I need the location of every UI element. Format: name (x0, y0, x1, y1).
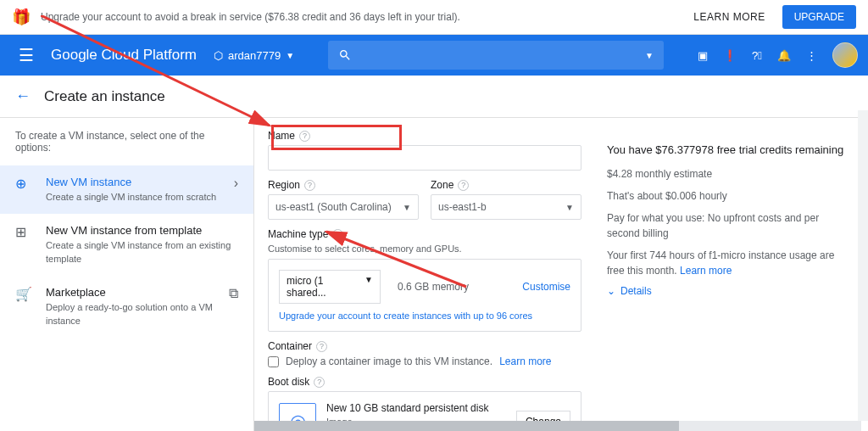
chevron-icon: ⌄ (607, 285, 615, 297)
notifications-icon[interactable]: 🔔 (777, 49, 791, 62)
sidebar-item-marketplace[interactable]: 🛒 Marketplace Deploy a ready-to-go solut… (0, 276, 253, 338)
search-input[interactable]: ▼ (328, 41, 664, 70)
learn-more-link[interactable]: LEARN MORE (683, 6, 775, 28)
machine-type-value: micro (1 shared... (287, 275, 364, 299)
project-name: ardan7779 (228, 49, 281, 62)
zone-label: Zone (431, 179, 453, 191)
region-value: us-east1 (South Carolina) (275, 201, 392, 213)
name-label: Name (268, 130, 295, 142)
template-icon: ⊞ (15, 224, 34, 240)
memory-text: 0.6 GB memory (398, 281, 505, 293)
brand-title[interactable]: Google Cloud Platform (42, 47, 205, 64)
sidebar-item-desc: Create a single VM instance from an exis… (46, 239, 238, 266)
open-external-icon: ⧉ (229, 286, 238, 301)
sidebar-item-label: Marketplace (46, 286, 229, 299)
chevron-down-icon: ▼ (403, 203, 411, 212)
zone-value: us-east1-b (438, 201, 487, 213)
help-icon[interactable]: ? (299, 131, 310, 142)
help-icon[interactable]: ?⃝ (752, 49, 762, 62)
region-label: Region (268, 179, 300, 191)
details-label: Details (620, 285, 652, 297)
account-avatar[interactable] (832, 42, 858, 68)
search-field[interactable] (360, 49, 645, 62)
chevron-right-icon: › (234, 176, 238, 191)
marketplace-icon: 🛒 (15, 286, 34, 302)
chevron-down-icon: ▼ (565, 203, 574, 212)
region-select[interactable]: us-east1 (South Carolina)▼ (268, 194, 419, 220)
menu-icon[interactable]: ☰ (10, 45, 42, 65)
sidebar-item-desc: Deploy a ready-to-go solution onto a VM … (46, 301, 229, 327)
help-icon[interactable]: ? (316, 341, 327, 352)
name-input[interactable] (268, 145, 581, 171)
project-selector[interactable]: ⬡ ardan7779 ▼ (214, 49, 294, 62)
chevron-down-icon: ▼ (286, 51, 294, 60)
learn-more-link[interactable]: Learn more (499, 355, 551, 367)
trial-banner-text: Upgrade your account to avoid a break in… (41, 11, 683, 23)
customise-link[interactable]: Customise (522, 281, 570, 293)
sidebar-hint: To create a VM instance, select one of t… (0, 130, 253, 165)
chevron-down-icon[interactable]: ▼ (645, 51, 654, 60)
chevron-down-icon: ▼ (364, 275, 373, 299)
project-icon: ⬡ (214, 49, 223, 62)
plus-icon: ⊕ (15, 176, 34, 192)
details-toggle[interactable]: ⌄Details (607, 285, 844, 297)
machine-type-hint: Customise to select cores, memory and GP… (268, 243, 581, 254)
sidebar-item-new-vm[interactable]: ⊕ New VM instance Create a single VM ins… (0, 165, 253, 214)
hourly-estimate: That's about $0.006 hourly (607, 188, 844, 204)
help-icon[interactable]: ? (304, 180, 315, 191)
learn-more-link[interactable]: Learn more (680, 265, 732, 277)
container-checkbox[interactable] (268, 356, 279, 367)
alert-icon[interactable]: ❗ (723, 49, 737, 62)
sidebar-item-desc: Create a single VM instance from scratch (46, 191, 234, 204)
back-icon[interactable]: ← (15, 87, 31, 105)
upgrade-button[interactable]: UPGRADE (782, 5, 856, 29)
gift-icon: 🎁 (12, 8, 31, 26)
help-icon[interactable]: ? (332, 229, 343, 240)
vertical-scrollbar[interactable] (858, 110, 868, 421)
horizontal-scrollbar[interactable] (254, 421, 861, 431)
page-title: Create an instance (44, 88, 165, 105)
sidebar-item-label: New VM instance (46, 176, 234, 188)
upgrade-cores-link[interactable]: Upgrade your account to create instances… (279, 311, 570, 321)
sidebar-item-label: New VM instance from template (46, 224, 238, 237)
help-icon[interactable]: ? (458, 180, 469, 191)
cloud-shell-icon[interactable]: ▣ (698, 49, 708, 62)
sidebar-item-template[interactable]: ⊞ New VM instance from template Create a… (0, 214, 253, 276)
boot-disk-label: Boot disk (268, 376, 309, 388)
machine-type-select[interactable]: micro (1 shared...▼ (279, 270, 381, 304)
billing-text: Pay for what you use: No upfront costs a… (607, 210, 844, 241)
monthly-estimate: $4.28 monthly estimate (607, 166, 844, 182)
credits-title: You have $76.377978 free trial credits r… (607, 143, 844, 156)
boot-disk-title: New 10 GB standard persistent disk (326, 402, 506, 414)
help-icon[interactable]: ? (314, 377, 325, 388)
more-icon[interactable]: ⋮ (806, 49, 817, 62)
container-label: Container (268, 340, 312, 352)
container-text: Deploy a container image to this VM inst… (286, 355, 492, 367)
search-icon (338, 48, 352, 62)
zone-select[interactable]: us-east1-b▼ (431, 194, 581, 220)
machine-type-label: Machine type (268, 228, 328, 240)
